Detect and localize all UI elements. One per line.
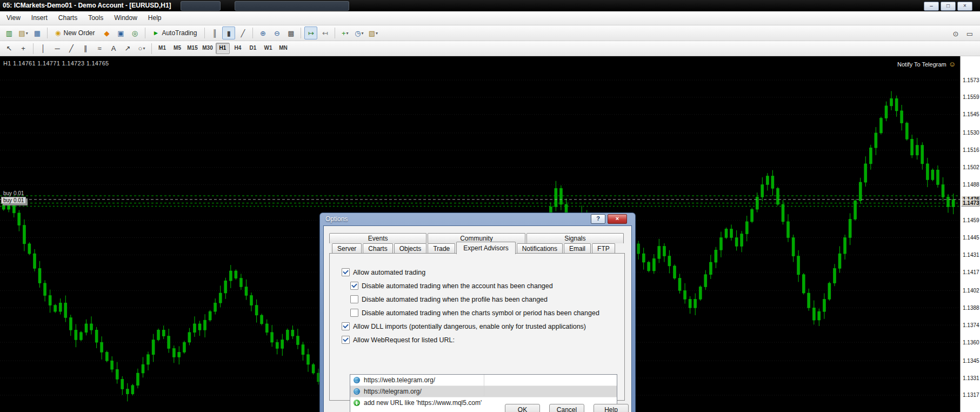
tab-ftp[interactable]: FTP [592,243,615,254]
fibonacci-icon[interactable]: ≈ [93,42,106,55]
arrows-tool-icon[interactable]: ↗ [121,42,134,55]
equidistant-channel-icon[interactable]: ∥ [79,42,92,55]
bid-price-box: 1.1473 [961,200,979,207]
expert-advisors-panel: Allow automated tradingDisable automated… [329,253,625,401]
list-column-divider [484,375,484,396]
shapes-tool-icon[interactable]: ○▾ [135,42,148,55]
dialog-help-button[interactable]: ? [591,214,605,224]
vertical-line-icon[interactable]: │ [37,42,50,55]
tab-events[interactable]: Events [329,233,426,243]
timeframe-h1[interactable]: H1 [216,43,230,54]
auto-scroll-icon[interactable]: ↦ [304,26,317,39]
chart-shift-icon[interactable]: ↤ [318,26,331,39]
minimize-button[interactable]: – [924,2,939,11]
notify-text: Notify To Telegram [897,61,946,68]
timeframe-m15[interactable]: M15 [185,43,199,54]
profiles-icon[interactable]: ▤▾ [17,26,30,39]
new-chart-icon[interactable]: ▥ [3,26,16,39]
menu-item-window[interactable]: Window [109,11,143,25]
timeframe-m1[interactable]: M1 [155,43,169,54]
price-axis-label: 1.1317 [963,392,979,398]
bar-chart-icon[interactable]: ║ [208,26,221,39]
checkbox-list: Allow automated tradingDisable automated… [330,265,624,347]
menu-bar: ViewInsertChartsToolsWindowHelp [0,11,980,25]
crosshair-icon[interactable]: + [17,42,30,55]
zoom-in-icon[interactable]: ⊕ [256,26,269,39]
timeframe-m5[interactable]: M5 [170,43,184,54]
text-tool-icon[interactable]: A [107,42,120,55]
price-axis-label: 1.1559 [963,94,979,100]
checkbox-label: Disable automated trading when the profi… [362,296,548,303]
drawing-toolbar: ↖+│─╱∥≈A↗○▾ M1M5M15M30H1H4D1W1MN [0,41,980,56]
price-axis[interactable]: 1.15731.15591.15451.15301.15161.15021.14… [960,56,980,412]
tab-trade[interactable]: Trade [428,243,455,254]
tile-windows-icon[interactable]: ▩ [284,26,297,39]
menu-item-insert[interactable]: Insert [26,11,53,25]
new-order-button[interactable]: ◉New Order [51,26,99,39]
timeframe-mn[interactable]: MN [276,43,290,54]
toolbar-separator [204,28,205,38]
tab-email[interactable]: Email [564,243,591,254]
mt4-window: 05: ICMarkets-Demo01 - Demo Account - [E… [0,0,980,412]
templates-icon[interactable]: ▧▾ [366,26,379,39]
periods-icon[interactable]: ◷▾ [352,26,365,39]
strategy-tester-icon[interactable]: ◎ [129,26,142,39]
candlestick-chart-icon[interactable]: ▮ [222,26,235,39]
checkbox[interactable] [342,268,350,276]
cancel-button[interactable]: Cancel [549,404,584,412]
price-axis-label: 1.1545 [963,111,979,117]
checkbox[interactable] [342,322,350,330]
timeframe-h4[interactable]: H4 [231,43,245,54]
url-text: add new URL like 'https://www.mql5.com' [364,399,482,407]
tabs-row-2: ServerChartsObjectsTradeExpert AdvisorsN… [332,243,625,254]
dialog-close-button[interactable]: × [608,214,627,224]
menu-item-charts[interactable]: Charts [53,11,83,25]
timeframe-m30[interactable]: M30 [201,43,215,54]
dropdown-arrow-icon: ▾ [143,46,145,51]
price-axis-label: 1.1459 [963,217,979,223]
line-chart-icon[interactable]: ╱ [236,26,249,39]
url-text: https://web.telegram.org/ [364,376,435,384]
price-axis-label: 1.1345 [963,358,979,364]
checkbox-row: Disable automated trading when the chart… [330,306,624,320]
dialog-title-bar[interactable]: Options ? × [320,213,635,225]
tab-expert-advisors[interactable]: Expert Advisors [456,242,515,254]
autotrading-button[interactable]: ►AutoTrading [149,26,201,39]
tab-charts[interactable]: Charts [363,243,392,254]
trendline-icon[interactable]: ╱ [65,42,78,55]
horizontal-line-icon[interactable]: ─ [51,42,64,55]
menu-item-view[interactable]: View [1,11,26,25]
menu-item-help[interactable]: Help [143,11,167,25]
tab-objects[interactable]: Objects [394,243,427,254]
zoom-out-icon[interactable]: ⊖ [270,26,283,39]
toolbar-separator [301,28,301,38]
find-symbol-icon[interactable]: ⊙ [949,27,962,40]
timeframe-w1[interactable]: W1 [261,43,275,54]
checkbox[interactable] [350,309,358,317]
autotrading-button-label: AutoTrading [162,29,197,37]
market-watch-icon[interactable]: ▦ [31,26,44,39]
ok-button[interactable]: OK [505,404,540,412]
tab-signals[interactable]: Signals [526,233,624,243]
metaeditor-icon[interactable]: ◆ [101,26,114,39]
dialog-body: EventsCommunitySignals ServerChartsObjec… [323,225,632,412]
maximize-button[interactable]: □ [941,2,956,11]
help-button[interactable]: Help [594,404,629,412]
price-axis-label: 1.1431 [963,252,979,258]
options-dialog: Options ? × EventsCommunitySignals Serve… [319,212,636,412]
tab-server[interactable]: Server [332,243,362,254]
checkbox[interactable] [350,282,358,290]
checkbox[interactable] [350,295,358,303]
tab-notifications[interactable]: Notifications [517,243,563,254]
standard-toolbar: ⊙▭ ▥▤▾▦◉New Order◆▣◎►AutoTrading║▮╱⊕⊖▩↦↤… [0,25,980,41]
menu-item-tools[interactable]: Tools [83,11,109,25]
cursor-icon[interactable]: ↖ [3,42,16,55]
terminal-icon[interactable]: ▣ [115,26,128,39]
indicators-icon[interactable]: +▾ [338,26,351,39]
fullscreen-icon[interactable]: ▭ [963,27,976,40]
timeframe-d1[interactable]: D1 [246,43,260,54]
price-axis-label: 1.1331 [963,375,979,381]
checkbox-label: Allow DLL imports (potentially dangerous… [353,323,586,330]
checkbox[interactable] [342,336,350,344]
close-button[interactable]: × [957,2,972,11]
